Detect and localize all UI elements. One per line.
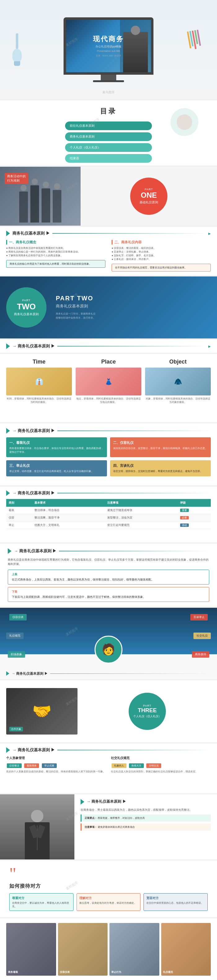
slide-cover: 素材图库 现代商务 办公礼仪培训ppt模板	[0, 0, 217, 99]
cover-presentation-label: Presentation sub title	[93, 49, 124, 52]
photo-1: 商务着装	[6, 923, 56, 976]
quote-text: 如何接待对方	[9, 883, 208, 889]
box1-title: 一、着装礼仪	[9, 441, 104, 445]
tag-3: 举止优雅	[42, 764, 57, 768]
data-table: 类别 基本要求 注意事项 评级 着装 整洁得体，符合场合 避免过于随意或夸张 重…	[6, 499, 211, 529]
part3-hands-image: 🤝 合作共赢	[6, 688, 78, 735]
diagram-label-5: 职场形象	[8, 651, 25, 658]
tags-left: 个人形象管理 仪容整洁 着装得体 举止优雅 良好的个人形象是职业成功的基础，整洁…	[6, 756, 106, 773]
monitor-screen: 现代商务 办公礼仪培训ppt模板 Presentation sub title …	[64, 18, 153, 75]
center-person: 🧑	[94, 636, 123, 663]
td-3-2: 优雅大方，文明有礼	[32, 522, 105, 529]
td-2-3: 发型整洁，淡妆为宜	[105, 514, 178, 522]
tpo-t-desc: 时间，穿着得体，同时也要根据具体的场合、活动等选择适当时间的服装。	[6, 397, 72, 404]
td-3-4: 基础	[178, 522, 211, 529]
section-line-2	[57, 346, 206, 347]
four-boxes-grid: 一、着装礼仪 商务着装要整洁得体，符合场合要求，体现出专业性和对他人的尊重。颜色…	[6, 438, 211, 476]
slide-text-content: → 商务礼仪基本原则 ▶ 商务礼仪是在商务活动中体现相互尊重的行为准则，它包含着…	[0, 544, 217, 606]
box-3: 三、举止礼仪 举止文明，动作优雅，坐立行走均符合商务规范，给人以专业可信赖的印象…	[6, 460, 107, 476]
tag-6: 文明交流	[146, 764, 161, 768]
arrow-icon-5	[8, 548, 11, 554]
cover-meta: 主演：XXXX 2097 办/文字	[93, 54, 124, 57]
photo-1-caption: 商务着装	[8, 970, 18, 974]
slide-photo-grid: 商务着装 仪容仪表 举止行为 礼仪规范	[0, 918, 217, 980]
tpo-t-img: 👔	[6, 368, 72, 396]
quote-boxes: 尊重对方 在商务交往中，要以诚信为本，尊重他人的人格和意见。 理解对方 换位思考…	[9, 893, 208, 911]
qbox1-title: 尊重对方	[12, 896, 71, 900]
monitor-container: 现代商务 办公礼仪培训ppt模板 Presentation sub title …	[64, 18, 153, 82]
col-text-1: ● 商务礼仪是在商务活动中体现相互尊重的行为准则。 ● 商务礼仪的核心是一种行为…	[6, 247, 105, 258]
td-3-3: 坐立行走均要规范	[105, 522, 178, 529]
slide-section-1: 商务礼仪基本原则 ▶ ▶ 一、商务礼仪概念 ● 商务礼仪是在商务活动中体现相互尊…	[0, 227, 217, 275]
qbox-3: 宽容对方 在交往中保持宽容的心态，包容他人的不足和错误。	[144, 893, 208, 911]
tpo-o-img: 🧥	[145, 368, 211, 396]
badge-small: PART	[144, 188, 153, 191]
section-title-1: 商务礼仪基本原则 ▶	[13, 231, 50, 236]
photo-4: 礼仪规范	[161, 923, 211, 976]
section-header-3: → 商务礼仪基本原则 ▶	[6, 428, 211, 434]
slide-person-diagram: 素材图库 🧑 仪容仪表 言谈举止 礼仪规范 社交礼仪 职场形象 商务接待 → 商…	[0, 608, 217, 679]
diagram-label-4: 社交礼仪	[193, 633, 211, 639]
arrow-icon-7	[81, 799, 84, 805]
td-1-1: 着装	[6, 507, 32, 514]
box-2: 二、仪容礼仪 保持良好的仪容仪表，发型整洁，面容干净，展现出精神饱满、积极向上的…	[110, 438, 211, 457]
arrow-icon-6	[6, 747, 10, 753]
p2-desc: 商务礼仪是一门学问，掌握商务礼仪 能够在职场中如鱼得水，游刃有余。	[56, 312, 211, 320]
toc-item-1: 前往礼仪基本原则	[65, 121, 152, 130]
slide-part-two: 素材图库 PART TWO 商务礼仪基本原则 PART TWO 商务礼仪基本原则…	[0, 277, 217, 339]
section-title-2: → 商务礼仪基本原则 ▶	[13, 344, 55, 349]
section-line	[53, 233, 206, 234]
tpo-object: Object 🧥 对象，穿着得体，同时也要根据具体的场合、活动等选择适当对象的服…	[145, 359, 211, 417]
diagram-label-1: 仪容仪表	[9, 614, 27, 620]
monitor-stand	[101, 75, 116, 80]
tags-right: 社交礼仪规范 礼貌待人 热情大方 文明交流 社交礼仪是人际交往的润滑剂，掌握正确…	[111, 756, 211, 773]
suit-content: → 商务礼仪基本原则 ▶ 在商务场合，男士着装应以西装为主，颜色以深色系为宜，搭…	[74, 794, 217, 859]
p2-badge-cn: 商务礼仪基本原则	[14, 312, 39, 317]
tpo-t-label: Time	[6, 359, 72, 365]
section-title-6: → 商务礼仪基本原则 ▶	[13, 747, 55, 753]
suit-highlight-2: 注意事项： 避免穿着休闲装出席正式商务场合	[81, 824, 211, 830]
tpo-o-desc: 对象，穿着得体，同时也要根据具体的场合、活动等选择适当对象的服装。	[145, 397, 211, 404]
arrow-icon-3	[6, 428, 10, 434]
section-title-4: → 商务礼仪基本原则 ▶	[13, 490, 55, 496]
tpo-p-label: Place	[76, 359, 141, 365]
section-header-4: → 商务礼仪基本原则 ▶	[6, 490, 211, 496]
section-line-5	[59, 551, 209, 551]
p3-badge-cn: 个人礼仪（仪人礼仪）	[133, 714, 161, 718]
p2-badge-small: PART	[22, 299, 30, 302]
part-two-badge: PART TWO 商务礼仪基本原则	[6, 287, 46, 328]
section-header-2: → 商务礼仪基本原则 ▶ ▶	[6, 344, 211, 349]
col-text-2: ● 仪容仪表：整洁的着装，端庄的仪表。 ● 言谈举止：文明礼貌，举止得体。 ● …	[112, 247, 211, 261]
p2-badge-num: TWO	[17, 302, 36, 312]
cover-title-main: 现代商务	[93, 34, 124, 44]
qbox3-desc: 在交往中保持宽容的心态，包容他人的不足和错误。	[146, 901, 205, 905]
td-2-4: 必要	[178, 514, 211, 522]
toc-deco-circle2	[177, 115, 192, 130]
qbox2-desc: 换位思考，设身处地为对方考虑，体谅对方的难处。	[79, 901, 138, 905]
p2-subtitle: 商务礼仪基本原则	[56, 304, 211, 309]
person-icon: 🧑	[94, 636, 123, 663]
photo-3: 举止行为	[109, 923, 160, 976]
main-text-1: 商务礼仪是在商务活动中体现相互尊重的行为准则，它包含着装礼仪、仪容礼仪、举止礼仪…	[8, 558, 209, 566]
arrow-icon-d	[6, 671, 9, 676]
part1-content: PART ONE 基础礼仪原则	[81, 167, 217, 226]
badge-num: ONE	[141, 191, 157, 200]
col-right: 二、商务礼仪内容 ● 仪容仪表：整洁的着装，端庄的仪表。 ● 言谈举止：文明礼貌…	[112, 240, 211, 272]
suit-text-1: 在商务场合，男士着装应以西装为主，颜色以深色系为宜，搭配领带，皮鞋保持光亮整洁。	[81, 808, 211, 812]
badge-cn: 基础礼仪原则	[139, 200, 158, 205]
highlight-box-1: 商务礼仪的核心作用是为了体现对他人的尊重，同时展示良好的职业形象。	[6, 260, 105, 268]
td-2-1: 仪容	[6, 514, 32, 522]
p2-label: PART TWO	[56, 295, 211, 302]
box1-content: 商务着装要整洁得体，符合场合要求，体现出专业性和对他人的尊重。颜色搭配协调，避免…	[9, 447, 104, 454]
box2-content: 保持良好的仪容仪表，发型整洁，面容干净，展现出精神饱满、积极向上的工作态度。	[113, 447, 208, 450]
box-4: 四、言谈礼仪 语言文明，措辞得当，交流时注意倾听，尊重对方的意见和观点，避免不当…	[110, 460, 211, 476]
tpo-place: Place 👗 地点，穿着得体，同时也要根据具体的场合、活动等选择适当地点的服装…	[76, 359, 141, 417]
bordered-box-1: 上装 在正式商务场合，上装应以西装、套装为主，颜色以深色系为佳，保持整洁挺括，纽…	[8, 570, 209, 584]
tpo-p-img: 👗	[76, 368, 141, 396]
cover-title-sub: 办公礼仪培训ppt模板	[93, 45, 124, 49]
toc-item-4: 结束语	[65, 154, 152, 163]
slide-part-three-A: 素材图库 🤝 合作共赢 PART THREE 个人礼仪（仪人礼仪）	[0, 680, 217, 742]
slide-quote: 素材图库 " 如何接待对方 尊重对方 在商务交往中，要以诚信为本，尊重他人的人格…	[0, 861, 217, 917]
section-line-3	[57, 431, 211, 431]
bordered-box-title: 上装	[12, 573, 205, 576]
